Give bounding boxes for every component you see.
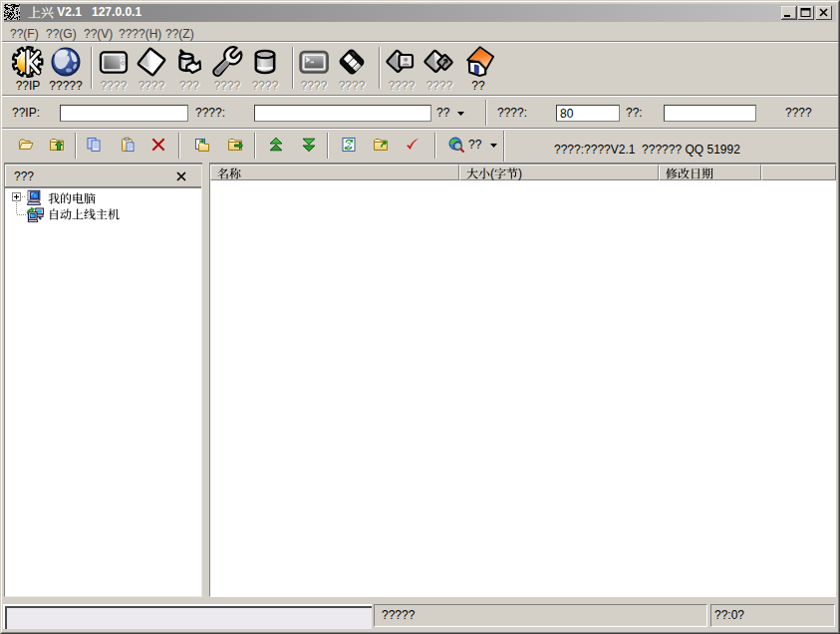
svg-text:2: 2 <box>347 142 351 149</box>
